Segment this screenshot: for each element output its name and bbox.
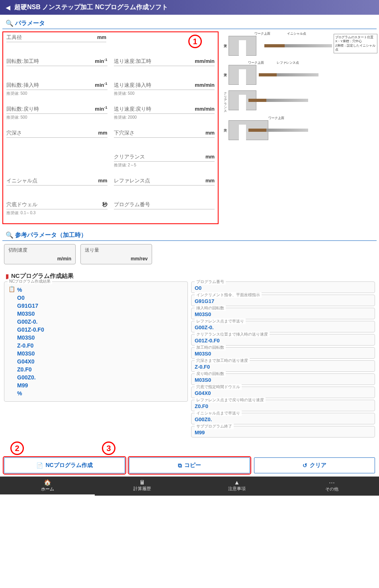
nc-explanation-item: クリアランス位置まで挿入時の送り速度G01Z-0.F0 (191, 334, 375, 346)
rpm-insert-field[interactable]: 回転数:挿入時 min-1 (6, 82, 107, 90)
nc-explanation-item: 挿入時の回転数M03S0 (191, 308, 375, 319)
nc-explanation-item: レファレンス点まで早送りG00Z-0. (191, 321, 375, 332)
section-header-params: 🔍 パラメータ (2, 16, 377, 29)
nc-code-line: M03S0 (17, 350, 184, 357)
annotation-1: 1 (188, 35, 202, 48)
feed-amount-box: 送り量 mm/rev (80, 244, 152, 264)
section-title-refparams: 参考パラメータ（加工時） (15, 231, 87, 239)
feed-return-field[interactable]: 送り速度:戻り時 mm/min (114, 105, 215, 114)
program-number-field[interactable]: プログラム番号 (114, 201, 215, 209)
feed-insert-field[interactable]: 送り速度:挿入時 mm/min (114, 82, 215, 90)
section-title-params: パラメータ (15, 20, 45, 27)
initial-point-field[interactable]: イニシャル点 mm (6, 177, 107, 186)
drill-diagram-3 (248, 99, 308, 102)
clipboard-icon[interactable]: 📋 (8, 286, 15, 292)
parameter-input-panel: 1 工具径 mm 回転数:加工時 min-1 送り速度:加工時 mm/min (2, 31, 219, 224)
nc-code-line: M03S0 (17, 334, 184, 341)
section-header-ncresult: ▮ NCプログラム作成結果 (2, 269, 377, 281)
nc-program-output: NCプログラム作成結果 📋 %O0G91G17M03S0G00Z-0.G01Z-… (4, 281, 188, 402)
nc-code-line: M03S0 (17, 311, 184, 317)
rpm-machining-field[interactable]: 回転数:加工時 min-1 (6, 58, 107, 66)
nc-explanation-item: レファレンス点まで戻り時の送り速度Z0.F0 (191, 400, 375, 411)
section-header-refparams: 🔍 参考パラメータ（加工時） (2, 228, 377, 241)
nc-code-line: O0 (17, 295, 184, 301)
bottom-navigation: 🏠 ホーム 🖩 計算履歴 ▲ 注意事項 ⋯ その他 (0, 477, 379, 496)
nc-code-line: % (17, 390, 184, 397)
nc-explanation-item: 加工時の回転数M03S0 (191, 347, 375, 359)
feed-machining-field[interactable]: 送り速度:加工時 mm/min (114, 58, 215, 66)
diagram-panel: 下穴深さ ワーク上面 イニシャル点 プログラムのスタート位置 X・Y座標：穴中心… (221, 29, 379, 227)
home-icon: 🏠 (0, 479, 95, 486)
nc-explanation-item: インクリメント指令、平面座標指示G91G17 (191, 295, 375, 306)
undo-icon: ↺ (303, 462, 307, 469)
nc-code-line: G04X0 (17, 358, 184, 365)
nav-other[interactable]: ⋯ その他 (284, 477, 379, 496)
nc-explanation-item: 穴深さまで加工時の送り速度Z-0.F0 (191, 360, 375, 372)
nc-code-line: M99 (17, 382, 184, 389)
hole-depth-field[interactable]: 穴深さ mm (6, 129, 107, 138)
nc-code-line: Z-0.F0 (17, 342, 184, 349)
nc-code-line: G91G17 (17, 303, 184, 309)
more-icon: ⋯ (284, 479, 379, 486)
workpiece-diagram-2 (229, 65, 256, 85)
copy-button[interactable]: ⧉ コピー (129, 457, 250, 473)
nc-explanation-item: プログラム番号O0 (191, 281, 375, 293)
nc-code-line: % (17, 287, 184, 293)
calculator-icon: 🖩 (95, 479, 190, 486)
nav-history[interactable]: 🖩 計算履歴 (95, 477, 190, 496)
nav-home[interactable]: 🏠 ホーム (0, 477, 95, 496)
document-icon: 📄 (36, 462, 43, 469)
app-title: 超硬NSB ノンステップ加工 NCプログラム作成ソフト (14, 3, 168, 12)
nc-code-line: G00Z0. (17, 374, 184, 381)
search-icon: 🔍 (6, 231, 14, 239)
annotation-2: 2 (10, 441, 24, 455)
search-icon: 🔍 (6, 20, 14, 27)
drill-diagram-2 (259, 73, 318, 76)
copy-icon: ⧉ (178, 462, 182, 469)
clearance-field[interactable]: クリアランス mm (114, 153, 215, 162)
drill-diagram-4 (248, 129, 308, 132)
rpm-return-field[interactable]: 回転数:戻り時 min-1 (6, 105, 107, 114)
reference-point-field[interactable]: レファレンス点 mm (114, 177, 215, 186)
diagram-note-box: プログラムのスタート位置 X・Y座標：穴中心 Z座標：設定したイニシャル点 (334, 34, 377, 54)
nc-code-line: G00Z-0. (17, 318, 184, 325)
nc-code-line: G01Z-0.F0 (17, 326, 184, 333)
annotation-3: 3 (102, 441, 115, 455)
tool-diameter-field[interactable]: 工具径 mm (6, 34, 106, 42)
nc-explanation-item: イニシャル点まで早送りG00Z0. (191, 413, 375, 424)
create-nc-program-button[interactable]: 📄 NCプログラム作成 (4, 457, 125, 473)
dwell-field[interactable]: 穴底ドウェル 秒 (6, 201, 107, 209)
cutting-speed-box: 切削速度 m/min (4, 244, 76, 264)
workpiece-diagram-1 (229, 36, 256, 56)
warning-icon: ▲ (190, 479, 284, 486)
clear-button[interactable]: ↺ クリア (254, 457, 375, 473)
nc-explanation-item: 穴底で指定時間ドウエルG04X0 (191, 387, 375, 398)
drill-diagram-1 (264, 44, 332, 47)
app-header: ◀ 超硬NSB ノンステップ加工 NCプログラム作成ソフト (0, 0, 379, 15)
nc-explanation-item: 戻り時の回転数M03S0 (191, 373, 375, 385)
nc-explanation-item: サブプログラム終了M99 (191, 426, 375, 438)
pilot-hole-depth-field[interactable]: 下穴深さ mm (114, 129, 215, 138)
nav-caution[interactable]: ▲ 注意事項 (190, 477, 284, 496)
back-icon[interactable]: ◀ (6, 4, 10, 11)
nc-code-line: Z0.F0 (17, 366, 184, 373)
